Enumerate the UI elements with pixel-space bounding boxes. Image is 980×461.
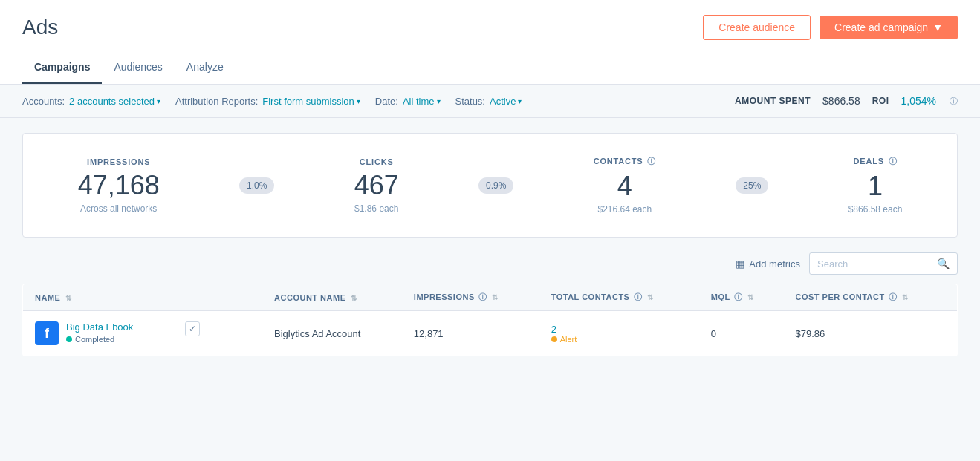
col-account-name: ACCOUNT NAME ⇅ — [262, 284, 402, 311]
tab-audiences[interactable]: Audiences — [102, 52, 174, 84]
arrow-badge-2: 0.9% — [478, 177, 513, 194]
contacts-info-icon[interactable]: ⓘ — [647, 157, 656, 166]
contacts-label: CONTACTS ⓘ — [594, 156, 656, 167]
filters-left: Accounts: 2 accounts selected ▾ Attribut… — [22, 96, 522, 107]
col-total-contacts: TOTAL CONTACTS ⓘ ⇅ — [539, 284, 699, 311]
amount-spent-label: AMOUNT SPENT — [735, 96, 811, 106]
status-value: Active — [490, 96, 516, 107]
deals-label: DEALS ⓘ — [854, 156, 898, 167]
contacts-value: 4 — [617, 173, 632, 200]
status-label: Completed — [75, 335, 114, 344]
arrow-1: 1.0% — [239, 177, 274, 194]
stats-card: IMPRESSIONS 47,168 Across all networks 1… — [22, 133, 958, 238]
header-actions: Create audience Create ad campaign ▼ — [703, 15, 958, 40]
deals-info-icon[interactable]: ⓘ — [889, 157, 898, 166]
total-contacts-cell: 2 Alert — [539, 311, 699, 356]
attribution-caret: ▾ — [357, 97, 360, 105]
row-checkbox[interactable]: ✓ — [185, 321, 200, 336]
accounts-dropdown[interactable]: 2 accounts selected ▾ — [69, 96, 160, 107]
tab-analyze[interactable]: Analyze — [175, 52, 236, 84]
alert-dot — [551, 336, 557, 342]
filters-right: AMOUNT SPENT $866.58 ROI 1,054% ⓘ — [735, 95, 958, 107]
cost-sort-icon[interactable]: ⇅ — [902, 293, 909, 301]
add-metrics-button[interactable]: ▦ Add metrics — [736, 258, 800, 269]
impressions-sub: Across all networks — [80, 203, 157, 214]
impressions-value: 47,168 — [78, 172, 160, 199]
facebook-icon: f — [35, 321, 59, 345]
stat-deals: DEALS ⓘ 1 $866.58 each — [848, 156, 903, 215]
stat-contacts: CONTACTS ⓘ 4 $216.64 each — [594, 156, 656, 215]
table-toolbar: ▦ Add metrics 🔍 — [22, 252, 958, 275]
date-dropdown[interactable]: All time ▾ — [403, 96, 441, 107]
name-sort-icon[interactable]: ⇅ — [65, 294, 72, 302]
status-filter: Status: Active ▾ — [455, 96, 522, 107]
contact-value[interactable]: 2 — [551, 324, 556, 335]
alert-label: Alert — [560, 335, 577, 344]
impressions-col-info[interactable]: ⓘ — [478, 292, 487, 301]
amount-spent-value: $866.58 — [822, 95, 860, 107]
roi-value: 1,054% — [901, 95, 936, 107]
search-box: 🔍 — [809, 252, 958, 275]
total-contacts-sort-icon[interactable]: ⇅ — [647, 293, 654, 301]
search-icon: 🔍 — [937, 258, 950, 269]
check-mark-icon: ✓ — [189, 324, 196, 334]
arrow-badge-3: 25% — [736, 177, 768, 194]
contacts-sub: $216.64 each — [597, 204, 652, 215]
table-row: f Big Data Ebook Completed ✓ — [23, 311, 958, 356]
date-value: All time — [403, 96, 435, 107]
cost-per-contact-cell: $79.86 — [783, 311, 957, 356]
campaign-name-link[interactable]: Big Data Ebook — [66, 321, 133, 333]
impressions-sort-icon[interactable]: ⇅ — [492, 293, 499, 301]
campaigns-table: NAME ⇅ ACCOUNT NAME ⇅ IMPRESSIONS ⓘ ⇅ TO… — [22, 284, 958, 356]
col-cost-per-contact: COST PER CONTACT ⓘ ⇅ — [783, 284, 957, 311]
create-audience-button[interactable]: Create audience — [703, 15, 811, 40]
campaign-status: Completed — [66, 335, 133, 344]
alert-badge: Alert — [551, 335, 687, 344]
mql-cell: 0 — [699, 311, 784, 356]
account-sort-icon[interactable]: ⇅ — [351, 294, 357, 302]
accounts-caret: ▾ — [157, 97, 160, 105]
attribution-dropdown[interactable]: First form submission ▾ — [262, 96, 360, 107]
attribution-filter: Attribution Reports: First form submissi… — [175, 96, 360, 107]
attribution-value: First form submission — [262, 96, 354, 107]
date-label: Date: — [375, 96, 398, 107]
add-metrics-grid-icon: ▦ — [736, 258, 744, 269]
clicks-sub: $1.86 each — [354, 203, 398, 214]
clicks-value: 467 — [354, 172, 399, 199]
table-header-row: NAME ⇅ ACCOUNT NAME ⇅ IMPRESSIONS ⓘ ⇅ TO… — [23, 284, 958, 311]
impressions-label: IMPRESSIONS — [87, 157, 150, 166]
stat-clicks: CLICKS 467 $1.86 each — [354, 157, 399, 214]
clicks-label: CLICKS — [360, 157, 394, 166]
status-dropdown[interactable]: Active ▾ — [490, 96, 522, 107]
status-dot — [66, 336, 72, 342]
campaign-cell: f Big Data Ebook Completed ✓ — [23, 311, 263, 356]
accounts-value: 2 accounts selected — [69, 96, 155, 107]
create-campaign-label: Create ad campaign — [834, 22, 928, 33]
row-checkbox-area: ✓ — [185, 321, 200, 336]
roi-info-icon[interactable]: ⓘ — [950, 96, 958, 107]
mql-col-info[interactable]: ⓘ — [734, 292, 743, 301]
cost-col-info[interactable]: ⓘ — [889, 292, 898, 301]
campaign-name-text: Big Data Ebook Completed — [66, 321, 133, 344]
create-campaign-button[interactable]: Create ad campaign ▼ — [820, 16, 958, 39]
page-header: Ads Create audience Create ad campaign ▼ — [0, 0, 980, 52]
tab-campaigns[interactable]: Campaigns — [22, 52, 102, 84]
col-name: NAME ⇅ — [23, 284, 263, 311]
account-name-cell: Biglytics Ad Account — [262, 311, 402, 356]
impressions-cell: 12,871 — [402, 311, 539, 356]
arrow-3: 25% — [736, 177, 768, 194]
search-input[interactable] — [817, 258, 932, 269]
table-section: ▦ Add metrics 🔍 NAME ⇅ ACCOUNT NAME ⇅ IM… — [0, 252, 980, 371]
attribution-label: Attribution Reports: — [175, 96, 258, 107]
deals-sub: $866.58 each — [848, 204, 903, 215]
status-caret: ▾ — [518, 97, 522, 105]
col-impressions: IMPRESSIONS ⓘ ⇅ — [402, 284, 539, 311]
date-caret: ▾ — [437, 97, 441, 105]
arrow-badge-1: 1.0% — [239, 177, 274, 194]
accounts-filter: Accounts: 2 accounts selected ▾ — [22, 96, 160, 107]
stat-impressions: IMPRESSIONS 47,168 Across all networks — [78, 157, 160, 214]
mql-sort-icon[interactable]: ⇅ — [747, 293, 754, 301]
total-contacts-col-info[interactable]: ⓘ — [634, 292, 643, 301]
status-label: Status: — [455, 96, 485, 107]
tabs-bar: Campaigns Audiences Analyze — [0, 52, 980, 85]
